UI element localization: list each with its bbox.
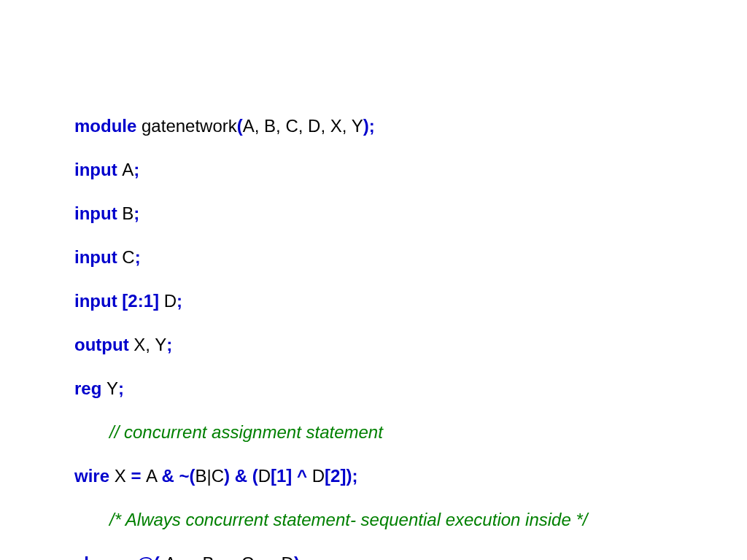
keyword-input: input: [74, 203, 122, 223]
code-line-4: input C;: [74, 246, 587, 268]
verilog-code-block: module gatenetwork(A, B, C, D, X, Y); in…: [74, 93, 587, 560]
code-line-6: output X, Y;: [74, 334, 587, 356]
keyword-reg: reg: [74, 378, 107, 398]
keyword-or: or: [180, 553, 203, 560]
comment-line: // concurrent assignment statement: [109, 422, 383, 442]
punct-open-paren: (: [237, 116, 243, 136]
keyword-output: output: [74, 335, 133, 354]
keyword-input: input: [74, 160, 122, 179]
index-1-xor: [1] ^: [271, 466, 312, 486]
identifier-x: X: [115, 466, 131, 486]
code-line-3: input B;: [74, 203, 587, 225]
identifier-d: D: [258, 466, 271, 486]
operator-paren-and-paren: ) & (: [224, 466, 258, 486]
punct-close-paren: ): [294, 553, 300, 560]
identifier-a: A: [122, 160, 133, 179]
identifier-a: A: [164, 553, 179, 560]
punct-semi: ;: [133, 160, 139, 179]
port-list: A, B, C, D, X, Y: [243, 116, 363, 136]
punct-semi: ;: [177, 291, 182, 311]
keyword-wire: wire: [74, 466, 115, 486]
punct-semi: ;: [133, 203, 139, 223]
identifier-xy: X, Y: [133, 335, 166, 354]
code-line-11: always @( A or B or C or D): [74, 553, 587, 560]
identifier-b: B: [122, 203, 133, 223]
keyword-or: or: [259, 553, 282, 560]
keyword-input: input: [74, 247, 122, 267]
index-2-close: [2]);: [325, 466, 357, 486]
module-name: gatenetwork: [142, 116, 237, 136]
punct-close-paren-semi: );: [363, 116, 375, 136]
punct-semi: ;: [166, 335, 172, 354]
code-line-1: module gatenetwork(A, B, C, D, X, Y);: [74, 115, 587, 137]
keyword-or: or: [219, 553, 241, 560]
code-line-5: input [2:1] D;: [74, 290, 587, 312]
operator-and-not-paren: & ~(: [161, 466, 195, 486]
punct-semi: ;: [118, 378, 124, 398]
code-line-10: /* Always concurrent statement- sequenti…: [74, 509, 587, 531]
identifier-y: Y: [107, 378, 118, 398]
code-line-7: reg Y;: [74, 378, 587, 400]
identifier-a: A: [146, 466, 161, 486]
operator-assign: =: [131, 466, 146, 486]
expr-b-or-c: B|C: [195, 466, 224, 486]
identifier-d: D: [312, 466, 325, 486]
keyword-always-at: always @(: [74, 553, 164, 560]
identifier-d: D: [282, 553, 294, 560]
code-line-2: input A;: [74, 159, 587, 181]
comment-block: /* Always concurrent statement- sequenti…: [109, 510, 587, 529]
identifier-d: D: [164, 291, 177, 311]
identifier-c: C: [122, 247, 134, 267]
keyword-module: module: [74, 116, 142, 136]
code-line-9: wire X = A & ~(B|C) & (D[1] ^ D[2]);: [74, 465, 587, 487]
identifier-c: C: [241, 553, 259, 560]
code-line-8: // concurrent assignment statement: [74, 421, 587, 443]
identifier-b: B: [203, 553, 220, 560]
punct-semi: ;: [135, 247, 141, 267]
keyword-input-range: input [2:1]: [74, 291, 164, 311]
